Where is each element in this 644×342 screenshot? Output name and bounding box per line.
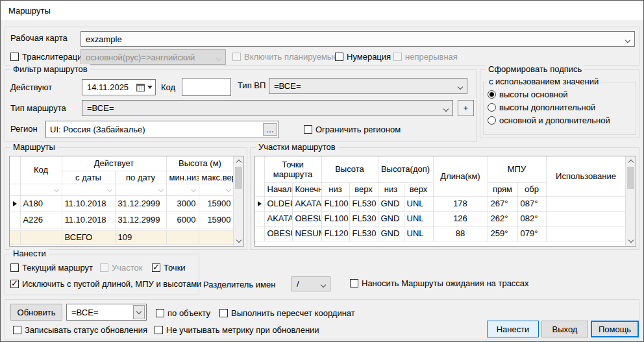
points-checkbox[interactable]: Точки: [152, 263, 186, 273]
filter-cell[interactable]: [62, 184, 115, 195]
col-header-usage[interactable]: Использование: [546, 156, 626, 196]
cell-end[interactable]: AKATA: [292, 196, 321, 211]
update-button[interactable]: Обновить: [10, 304, 62, 321]
cell-to[interactable]: 31.12.2999: [115, 195, 166, 212]
cell-from[interactable]: 11.10.2018: [62, 195, 115, 212]
limit-region-checkbox[interactable]: Ограничить регионом: [304, 125, 401, 134]
table-row[interactable]: OBESU NESUM FL120 FL530 GND UNL 88 259° …: [255, 226, 626, 241]
cell-to[interactable]: 31.12.2999: [115, 212, 166, 228]
cell-low[interactable]: FL100: [321, 196, 349, 211]
cell-usage[interactable]: [546, 196, 626, 211]
vp-type-combo[interactable]: =ВСЕ=: [269, 78, 467, 94]
cell-min[interactable]: 3000: [166, 195, 199, 212]
by-object-checkbox[interactable]: по объекту: [156, 308, 210, 318]
ignore-metric-checkbox[interactable]: Не учитывать метрику при обновлении: [155, 325, 319, 335]
cell-high2[interactable]: UNL: [404, 196, 433, 211]
cell-high[interactable]: FL530: [349, 211, 378, 226]
cell-fwd[interactable]: 259°: [488, 226, 517, 241]
update-scope-combo[interactable]: =ВСЕ=: [66, 304, 147, 321]
exit-button[interactable]: Выход: [541, 321, 588, 337]
col-header-high[interactable]: верх: [404, 182, 433, 196]
cell-length[interactable]: 126: [433, 211, 488, 226]
cell-low2[interactable]: GND: [378, 211, 404, 226]
table-row[interactable]: OLDEP AKATA FL100 FL530 GND UNL 178 267°…: [255, 196, 626, 211]
cell-from[interactable]: 11.10.2018: [62, 212, 115, 228]
recalc-coordinates-checkbox[interactable]: Выполнить пересчет координат: [219, 308, 355, 318]
exclude-empty-checkbox[interactable]: Исключить с пустой длиной, МПУ и высотам…: [10, 279, 201, 289]
col-header-length[interactable]: Длина(км): [433, 156, 488, 196]
holding-routes-checkbox[interactable]: Наносить Маршруты ожидания на трассах: [350, 278, 529, 288]
write-status-checkbox[interactable]: Записывать статус обновления: [13, 325, 147, 335]
cell-fwd[interactable]: 267°: [488, 196, 517, 211]
numbering-checkbox[interactable]: Нумерация: [335, 52, 391, 62]
col-header-mpu[interactable]: МПУ: [488, 156, 546, 182]
cell-low[interactable]: FL120: [321, 226, 349, 241]
cell-fwd[interactable]: 262°: [488, 211, 517, 226]
cell-start[interactable]: AKATA: [264, 211, 292, 226]
col-header-code[interactable]: Код: [20, 156, 62, 184]
col-header-points[interactable]: Точки маршрута: [264, 156, 321, 182]
scroll-up-icon[interactable]: [234, 156, 243, 166]
cell-start[interactable]: OBESU: [264, 226, 292, 241]
table-row[interactable]: А226 11.10.2018 31.12.2999 6000 15900: [10, 212, 234, 228]
region-field[interactable]: UI: Россия (Забайкалье) …: [45, 121, 279, 138]
cell-back[interactable]: 087°: [517, 196, 546, 211]
col-header-end[interactable]: Конечная: [292, 182, 321, 196]
table-row[interactable]: AKATA OBESU FL100 FL530 GND UNL 126 262°…: [255, 211, 626, 226]
help-button[interactable]: Помощь: [591, 321, 639, 337]
col-header-height[interactable]: Высота: [321, 156, 378, 182]
cell-low2[interactable]: GND: [378, 196, 404, 211]
cell-min[interactable]: 6000: [166, 212, 199, 228]
add-route-type-button[interactable]: +: [458, 100, 474, 116]
filter-cell[interactable]: [115, 184, 166, 195]
cell-high[interactable]: FL530: [349, 226, 378, 241]
col-header-low[interactable]: низ: [378, 182, 404, 196]
col-header-height-add[interactable]: Высота(доп): [378, 156, 433, 182]
cell-start[interactable]: OLDEP: [264, 196, 292, 211]
filter-cell[interactable]: [199, 184, 234, 195]
col-header-start[interactable]: Начальная: [264, 182, 292, 196]
radio-height-additional[interactable]: высоты дополнительной: [488, 103, 595, 112]
col-header-high[interactable]: верх: [349, 182, 378, 196]
region-browse-button[interactable]: …: [263, 123, 277, 136]
col-header-valid[interactable]: Действует: [62, 156, 166, 171]
scroll-down-icon[interactable]: [626, 236, 636, 246]
radio-main-and-additional[interactable]: основной и дополнительной: [488, 116, 610, 125]
filter-cell[interactable]: [166, 184, 199, 195]
cell-low[interactable]: FL100: [321, 211, 349, 226]
cell-max[interactable]: 15900: [199, 195, 234, 212]
route-type-combo[interactable]: =ВСЕ=: [82, 100, 453, 116]
routes-vertical-scrollbar[interactable]: [233, 156, 243, 246]
cell-back[interactable]: 079°: [517, 226, 546, 241]
cell-usage[interactable]: [546, 211, 626, 226]
filter-cell[interactable]: [20, 184, 62, 195]
cell-low2[interactable]: GND: [378, 226, 404, 241]
transliteration-checkbox[interactable]: Транслитерация: [10, 52, 86, 62]
scroll-up-icon[interactable]: [626, 156, 636, 166]
col-header-fwd[interactable]: прям: [488, 182, 517, 196]
cell-end[interactable]: NESUM: [292, 226, 321, 241]
cell-max[interactable]: 15900: [199, 212, 234, 228]
scroll-down-icon[interactable]: [234, 236, 243, 246]
current-route-checkbox[interactable]: Текущий маршрут: [10, 263, 93, 273]
segments-vertical-scrollbar[interactable]: [625, 156, 636, 246]
col-header-from[interactable]: с даты: [62, 171, 115, 184]
cell-high2[interactable]: UNL: [404, 226, 433, 241]
cell-high2[interactable]: UNL: [404, 211, 433, 226]
valid-date-picker[interactable]: 14.11.2025: [82, 79, 156, 95]
cell-length[interactable]: 88: [433, 226, 488, 241]
col-header-back[interactable]: обр: [517, 182, 546, 196]
col-header-min[interactable]: мин.низ: [166, 171, 199, 184]
cell-end[interactable]: OBESU: [292, 211, 321, 226]
col-header-to[interactable]: по дату: [115, 171, 166, 184]
col-header-low[interactable]: низ: [321, 182, 349, 196]
scrollbar-thumb[interactable]: [627, 167, 634, 189]
cell-high[interactable]: FL530: [349, 196, 378, 211]
scrollbar-thumb[interactable]: [235, 167, 242, 189]
radio-height-main[interactable]: высоты основной: [488, 90, 567, 99]
code-input[interactable]: [182, 78, 231, 96]
cell-usage[interactable]: [546, 226, 626, 241]
cell-back[interactable]: 082°: [517, 211, 546, 226]
separator-combo[interactable]: /: [291, 276, 330, 291]
cell-length[interactable]: 178: [433, 196, 488, 211]
